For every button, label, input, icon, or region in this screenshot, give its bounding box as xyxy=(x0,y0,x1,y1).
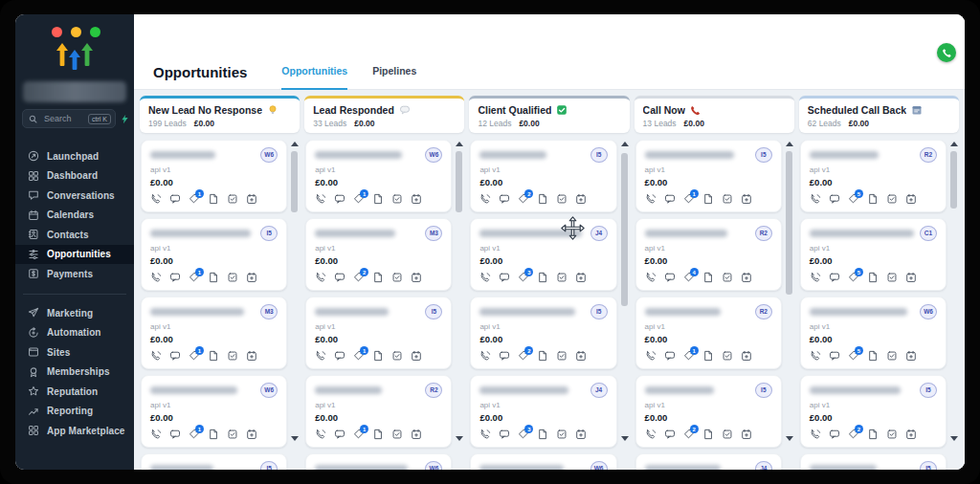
scrollbar-thumb[interactable] xyxy=(950,151,957,209)
column-scrollbar[interactable] xyxy=(949,140,958,441)
task-icon[interactable] xyxy=(722,350,733,362)
opportunity-card[interactable]: I5 api v1 £0.00 1 xyxy=(635,140,782,212)
opportunity-card[interactable]: I5 api v1 £0.00 2 xyxy=(470,140,616,212)
opportunity-card[interactable]: W6 api v1 £0.00 1 xyxy=(141,140,287,212)
tag-icon[interactable]: 2 xyxy=(683,429,695,440)
tag-icon[interactable]: 2 xyxy=(353,272,365,283)
chat-icon[interactable] xyxy=(169,193,181,205)
file-icon[interactable] xyxy=(208,193,219,205)
calendar-icon[interactable] xyxy=(741,193,752,205)
phone-icon[interactable] xyxy=(810,193,821,205)
task-icon[interactable] xyxy=(556,350,568,362)
tag-icon[interactable]: 5 xyxy=(848,350,859,362)
phone-icon[interactable] xyxy=(150,429,162,440)
tag-icon[interactable]: 1 xyxy=(683,193,695,205)
file-icon[interactable] xyxy=(208,350,219,362)
scroll-down-arrow[interactable] xyxy=(621,436,629,441)
phone-icon[interactable] xyxy=(150,193,162,205)
phone-icon[interactable] xyxy=(645,193,657,205)
chat-icon[interactable] xyxy=(334,350,345,362)
opportunity-card[interactable]: R2 api v1 £0.00 1 xyxy=(305,375,452,448)
task-icon[interactable] xyxy=(722,193,733,205)
calendar-icon[interactable] xyxy=(246,429,257,440)
tag-icon[interactable]: 1 xyxy=(353,429,365,440)
scrollbar-thumb[interactable] xyxy=(621,153,628,306)
tag-icon[interactable]: 1 xyxy=(189,193,200,205)
file-icon[interactable] xyxy=(208,272,219,283)
chat-icon[interactable] xyxy=(829,272,840,283)
calendar-icon[interactable] xyxy=(741,429,752,440)
task-icon[interactable] xyxy=(227,193,238,205)
file-icon[interactable] xyxy=(537,429,548,440)
opportunity-card[interactable]: I5 api v1 £0.00 1 xyxy=(141,218,287,291)
chat-icon[interactable] xyxy=(334,193,345,205)
file-icon[interactable] xyxy=(702,429,714,440)
phone-icon[interactable] xyxy=(479,193,491,205)
calendar-icon[interactable] xyxy=(741,350,752,362)
tag-icon[interactable]: 1 xyxy=(189,429,200,440)
file-icon[interactable] xyxy=(372,193,384,205)
task-icon[interactable] xyxy=(391,272,403,283)
task-icon[interactable] xyxy=(227,429,238,440)
chat-icon[interactable] xyxy=(169,272,181,283)
column-scrollbar[interactable] xyxy=(455,140,463,441)
task-icon[interactable] xyxy=(886,193,898,205)
sidebar-item-opportunities[interactable]: Opportunities xyxy=(15,245,134,265)
calendar-icon[interactable] xyxy=(411,350,422,362)
task-icon[interactable] xyxy=(556,193,568,205)
phone-icon[interactable] xyxy=(150,272,162,283)
phone-icon[interactable] xyxy=(479,350,491,362)
phone-icon[interactable] xyxy=(315,429,326,440)
calendar-icon[interactable] xyxy=(905,429,917,440)
task-icon[interactable] xyxy=(722,272,733,283)
tag-icon[interactable]: 3 xyxy=(518,272,529,283)
sidebar-item-contacts[interactable]: Contacts xyxy=(15,225,134,245)
chat-icon[interactable] xyxy=(829,429,840,440)
chat-icon[interactable] xyxy=(169,429,181,440)
file-icon[interactable] xyxy=(537,272,548,283)
task-icon[interactable] xyxy=(556,272,568,283)
opportunity-card[interactable]: R2 api v1 £0.00 4 xyxy=(635,218,782,291)
column-scrollbar[interactable] xyxy=(620,140,629,441)
scroll-up-arrow[interactable] xyxy=(786,142,793,146)
task-icon[interactable] xyxy=(886,350,898,362)
sidebar-item-reputation[interactable]: Reputation xyxy=(15,382,134,402)
opportunity-card[interactable]: M3 api v1 £0.00 2 xyxy=(305,218,452,291)
opportunity-card[interactable]: W6 api v1 £0.00 1 xyxy=(305,140,452,212)
scrollbar-thumb[interactable] xyxy=(456,151,462,212)
chat-icon[interactable] xyxy=(334,429,345,440)
column-scrollbar[interactable] xyxy=(785,140,793,441)
opportunity-card[interactable]: I5 api v1 £0.00 2 xyxy=(635,375,782,448)
sidebar-item-calendars[interactable]: Calendars xyxy=(15,206,134,226)
task-icon[interactable] xyxy=(391,350,403,362)
sidebar-item-marketing[interactable]: Marketing xyxy=(15,303,134,323)
chat-icon[interactable] xyxy=(829,193,840,205)
chat-icon[interactable] xyxy=(664,193,676,205)
tag-icon[interactable]: 3 xyxy=(518,429,529,440)
opportunity-card[interactable]: R2 api v1 £0.00 1 xyxy=(635,297,782,369)
sidebar-item-launchpad[interactable]: Launchpad xyxy=(15,146,134,166)
chat-icon[interactable] xyxy=(499,429,510,440)
task-icon[interactable] xyxy=(886,429,898,440)
column-header[interactable]: Scheduled Call Back 62 Leads £0.00 xyxy=(799,96,959,133)
file-icon[interactable] xyxy=(208,429,219,440)
opportunity-card[interactable]: W6 api v1 £0.00 1 xyxy=(141,375,287,448)
scroll-down-arrow[interactable] xyxy=(291,436,299,441)
tag-icon[interactable]: 1 xyxy=(683,350,695,362)
opportunity-card[interactable]: W6 api v1 £0.00 5 xyxy=(800,297,947,369)
task-icon[interactable] xyxy=(886,272,898,283)
task-icon[interactable] xyxy=(391,429,403,440)
task-icon[interactable] xyxy=(556,429,568,440)
file-icon[interactable] xyxy=(702,272,714,283)
phone-icon[interactable] xyxy=(479,429,491,440)
file-icon[interactable] xyxy=(537,193,548,205)
column-header[interactable]: New Lead No Response 199 Leads £0.00 xyxy=(140,96,300,133)
calendar-icon[interactable] xyxy=(246,350,257,362)
column-header[interactable]: Lead Responded 33 Leads £0.00 xyxy=(304,96,464,133)
file-icon[interactable] xyxy=(867,429,879,440)
tag-icon[interactable]: 1 xyxy=(189,272,200,283)
file-icon[interactable] xyxy=(867,272,879,283)
scroll-up-arrow[interactable] xyxy=(456,142,463,146)
calendar-icon[interactable] xyxy=(246,193,257,205)
phone-icon[interactable] xyxy=(150,350,162,362)
